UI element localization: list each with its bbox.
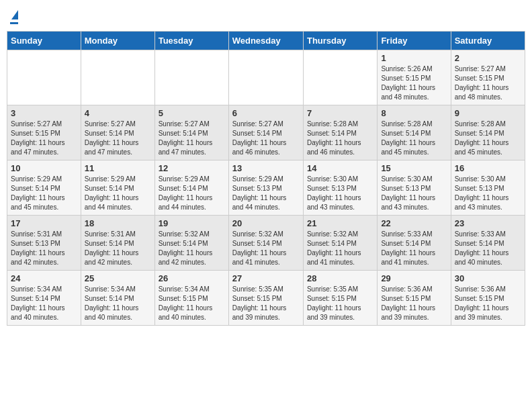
day-info: Sunrise: 5:34 AMSunset: 5:14 PMDaylight:…	[11, 285, 77, 322]
day-info: Sunrise: 5:28 AMSunset: 5:14 PMDaylight:…	[307, 120, 373, 157]
calendar-header-row: SundayMondayTuesdayWednesdayThursdayFrid…	[7, 32, 525, 50]
day-info: Sunrise: 5:35 AMSunset: 5:15 PMDaylight:…	[307, 285, 373, 322]
day-info: Sunrise: 5:28 AMSunset: 5:14 PMDaylight:…	[455, 120, 521, 157]
calendar-day-cell: 10Sunrise: 5:29 AMSunset: 5:14 PMDayligh…	[7, 161, 81, 216]
calendar-day-cell: 25Sunrise: 5:34 AMSunset: 5:14 PMDayligh…	[81, 271, 154, 326]
calendar-week-row: 10Sunrise: 5:29 AMSunset: 5:14 PMDayligh…	[7, 161, 525, 216]
calendar-day-cell: 20Sunrise: 5:32 AMSunset: 5:14 PMDayligh…	[228, 216, 303, 271]
day-info: Sunrise: 5:34 AMSunset: 5:15 PMDaylight:…	[159, 285, 225, 322]
calendar-day-cell: 15Sunrise: 5:30 AMSunset: 5:13 PMDayligh…	[378, 161, 451, 216]
calendar-day-cell: 19Sunrise: 5:32 AMSunset: 5:14 PMDayligh…	[154, 216, 228, 271]
calendar-day-cell: 12Sunrise: 5:29 AMSunset: 5:14 PMDayligh…	[154, 161, 228, 216]
day-of-week-header: Friday	[378, 32, 451, 50]
day-number: 1	[381, 53, 447, 63]
calendar-day-cell: 28Sunrise: 5:35 AMSunset: 5:15 PMDayligh…	[303, 271, 377, 326]
day-number: 14	[307, 163, 373, 173]
day-info: Sunrise: 5:31 AMSunset: 5:14 PMDaylight:…	[85, 230, 151, 267]
day-info: Sunrise: 5:33 AMSunset: 5:14 PMDaylight:…	[381, 230, 447, 267]
day-info: Sunrise: 5:29 AMSunset: 5:13 PMDaylight:…	[232, 175, 300, 212]
calendar-day-cell: 1Sunrise: 5:26 AMSunset: 5:15 PMDaylight…	[378, 50, 451, 105]
calendar-day-cell: 30Sunrise: 5:36 AMSunset: 5:15 PMDayligh…	[451, 271, 525, 326]
day-of-week-header: Saturday	[451, 32, 525, 50]
calendar-day-cell: 17Sunrise: 5:31 AMSunset: 5:13 PMDayligh…	[7, 216, 81, 271]
day-number: 22	[381, 218, 447, 228]
calendar-week-row: 17Sunrise: 5:31 AMSunset: 5:13 PMDayligh…	[7, 216, 525, 271]
calendar-day-cell: 13Sunrise: 5:29 AMSunset: 5:13 PMDayligh…	[228, 161, 303, 216]
day-info: Sunrise: 5:29 AMSunset: 5:14 PMDaylight:…	[159, 175, 225, 212]
calendar-day-cell	[7, 50, 81, 105]
day-info: Sunrise: 5:36 AMSunset: 5:15 PMDaylight:…	[455, 285, 521, 322]
day-number: 20	[232, 218, 300, 228]
day-number: 19	[159, 218, 225, 228]
calendar-day-cell: 3Sunrise: 5:27 AMSunset: 5:15 PMDaylight…	[7, 105, 81, 161]
day-info: Sunrise: 5:27 AMSunset: 5:14 PMDaylight:…	[85, 120, 151, 157]
day-of-week-header: Monday	[81, 32, 154, 50]
calendar-week-row: 1Sunrise: 5:26 AMSunset: 5:15 PMDaylight…	[7, 50, 525, 105]
day-info: Sunrise: 5:34 AMSunset: 5:14 PMDaylight:…	[85, 285, 151, 322]
day-info: Sunrise: 5:29 AMSunset: 5:14 PMDaylight:…	[11, 175, 77, 212]
calendar-day-cell: 26Sunrise: 5:34 AMSunset: 5:15 PMDayligh…	[154, 271, 228, 326]
day-info: Sunrise: 5:27 AMSunset: 5:15 PMDaylight:…	[11, 120, 77, 157]
calendar-week-row: 3Sunrise: 5:27 AMSunset: 5:15 PMDaylight…	[7, 105, 525, 161]
day-of-week-header: Tuesday	[154, 32, 228, 50]
day-number: 24	[11, 273, 77, 283]
day-of-week-header: Sunday	[7, 32, 81, 50]
day-number: 2	[455, 53, 521, 63]
day-number: 8	[381, 108, 447, 118]
day-info: Sunrise: 5:35 AMSunset: 5:15 PMDaylight:…	[232, 285, 300, 322]
day-info: Sunrise: 5:36 AMSunset: 5:15 PMDaylight:…	[381, 285, 447, 322]
logo-underline	[10, 22, 18, 24]
day-info: Sunrise: 5:26 AMSunset: 5:15 PMDaylight:…	[381, 64, 447, 102]
calendar-week-row: 24Sunrise: 5:34 AMSunset: 5:14 PMDayligh…	[7, 271, 525, 326]
day-info: Sunrise: 5:27 AMSunset: 5:15 PMDaylight:…	[455, 64, 521, 102]
logo-chevron-icon	[11, 10, 18, 19]
calendar-day-cell	[81, 50, 154, 105]
day-info: Sunrise: 5:33 AMSunset: 5:14 PMDaylight:…	[455, 230, 521, 267]
day-number: 7	[307, 108, 373, 118]
calendar-day-cell: 24Sunrise: 5:34 AMSunset: 5:14 PMDayligh…	[7, 271, 81, 326]
day-number: 11	[85, 163, 151, 173]
day-number: 4	[85, 108, 151, 118]
day-number: 5	[159, 108, 225, 118]
day-number: 3	[11, 108, 77, 118]
day-info: Sunrise: 5:27 AMSunset: 5:14 PMDaylight:…	[232, 120, 300, 157]
calendar-day-cell: 7Sunrise: 5:28 AMSunset: 5:14 PMDaylight…	[303, 105, 377, 161]
day-info: Sunrise: 5:32 AMSunset: 5:14 PMDaylight:…	[307, 230, 373, 267]
day-number: 16	[455, 163, 521, 173]
day-info: Sunrise: 5:30 AMSunset: 5:13 PMDaylight:…	[381, 175, 447, 212]
calendar-day-cell: 29Sunrise: 5:36 AMSunset: 5:15 PMDayligh…	[378, 271, 451, 326]
day-number: 12	[159, 163, 225, 173]
calendar-day-cell: 23Sunrise: 5:33 AMSunset: 5:14 PMDayligh…	[451, 216, 525, 271]
calendar-day-cell: 18Sunrise: 5:31 AMSunset: 5:14 PMDayligh…	[81, 216, 154, 271]
day-info: Sunrise: 5:29 AMSunset: 5:14 PMDaylight:…	[85, 175, 151, 212]
day-number: 28	[307, 273, 373, 283]
calendar-day-cell: 2Sunrise: 5:27 AMSunset: 5:15 PMDaylight…	[451, 50, 525, 105]
day-of-week-header: Thursday	[303, 32, 377, 50]
calendar-day-cell: 27Sunrise: 5:35 AMSunset: 5:15 PMDayligh…	[228, 271, 303, 326]
calendar-day-cell: 4Sunrise: 5:27 AMSunset: 5:14 PMDaylight…	[81, 105, 154, 161]
day-number: 21	[307, 218, 373, 228]
day-info: Sunrise: 5:28 AMSunset: 5:14 PMDaylight:…	[381, 120, 447, 157]
day-number: 13	[232, 163, 300, 173]
day-number: 10	[11, 163, 77, 173]
day-number: 27	[232, 273, 300, 283]
day-number: 23	[455, 218, 521, 228]
day-info: Sunrise: 5:30 AMSunset: 5:13 PMDaylight:…	[455, 175, 521, 212]
day-number: 17	[11, 218, 77, 228]
day-number: 26	[159, 273, 225, 283]
calendar-day-cell: 22Sunrise: 5:33 AMSunset: 5:14 PMDayligh…	[378, 216, 451, 271]
day-number: 6	[232, 108, 300, 118]
calendar-day-cell: 16Sunrise: 5:30 AMSunset: 5:13 PMDayligh…	[451, 161, 525, 216]
day-number: 25	[85, 273, 151, 283]
page-header	[7, 7, 525, 24]
day-number: 29	[381, 273, 447, 283]
day-number: 18	[85, 218, 151, 228]
day-of-week-header: Wednesday	[228, 32, 303, 50]
calendar-table: SundayMondayTuesdayWednesdayThursdayFrid…	[7, 31, 525, 326]
calendar-day-cell	[228, 50, 303, 105]
calendar-day-cell	[303, 50, 377, 105]
calendar-day-cell: 8Sunrise: 5:28 AMSunset: 5:14 PMDaylight…	[378, 105, 451, 161]
logo	[10, 10, 18, 24]
day-info: Sunrise: 5:30 AMSunset: 5:13 PMDaylight:…	[307, 175, 373, 212]
day-number: 9	[455, 108, 521, 118]
